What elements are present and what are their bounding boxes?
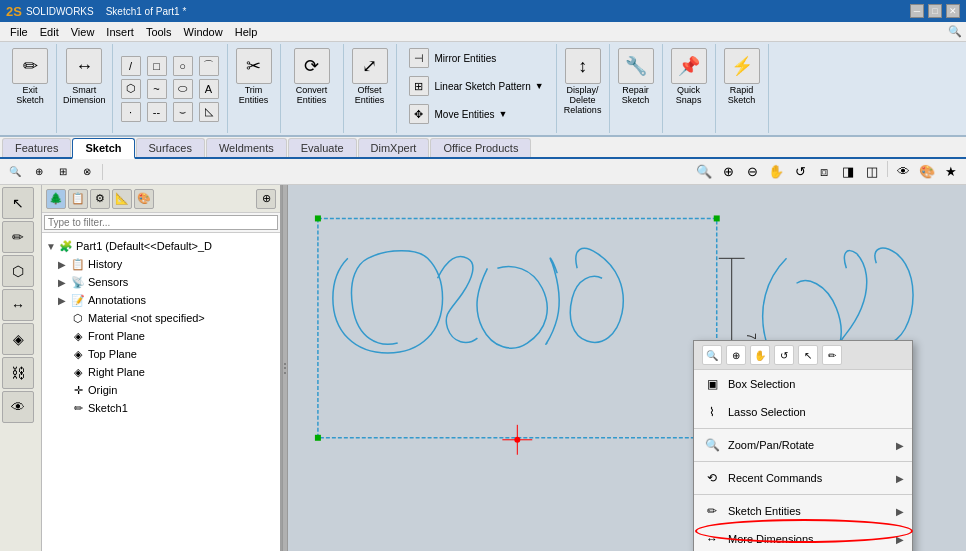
- zoom-out-btn[interactable]: ⊖: [741, 161, 763, 183]
- filter-icon-btn[interactable]: 🔍: [4, 161, 26, 183]
- filter4-icon-btn[interactable]: ⊗: [76, 161, 98, 183]
- dimension-tool[interactable]: ↔: [2, 289, 34, 321]
- quick-snaps-button[interactable]: 📌 QuickSnaps: [667, 46, 711, 108]
- offset-entities-button[interactable]: ⤢ OffsetEntities: [348, 46, 392, 108]
- filter-tree[interactable]: ⊕: [256, 189, 276, 209]
- menu-help[interactable]: Help: [229, 24, 264, 40]
- minimize-button[interactable]: ─: [910, 4, 924, 18]
- repair-label: RepairSketch: [622, 86, 650, 106]
- ellipse-button[interactable]: ⬭: [171, 78, 195, 100]
- window-controls[interactable]: ─ □ ✕: [910, 4, 960, 18]
- tree-search-input[interactable]: [44, 215, 278, 230]
- repair-sketch-button[interactable]: 🔧 RepairSketch: [614, 46, 658, 108]
- cm-sketch-entities[interactable]: ✏ Sketch Entities ▶: [694, 497, 912, 525]
- dim-xpert-manager-tab[interactable]: 📐: [112, 189, 132, 209]
- chamfer-button[interactable]: ◺: [197, 101, 221, 123]
- cm-recent-commands[interactable]: ⟲ Recent Commands ▶: [694, 464, 912, 492]
- canvas-area[interactable]: 70 🔍 ⊕ ✋ ↺ ↖ ✏: [288, 185, 966, 551]
- cm-rotate-btn[interactable]: ↺: [774, 345, 794, 365]
- tree-item-part[interactable]: ▼ 🧩 Part1 (Default<<Default>_D: [44, 237, 278, 255]
- tree-item-right-plane[interactable]: ◈ Right Plane: [44, 363, 278, 381]
- cm-pan-btn[interactable]: ✋: [750, 345, 770, 365]
- centerline-button[interactable]: --: [145, 101, 169, 123]
- sketch-tool[interactable]: ✏: [2, 221, 34, 253]
- menu-tools[interactable]: Tools: [140, 24, 178, 40]
- circle-button[interactable]: ○: [171, 55, 195, 77]
- trim-entities-button[interactable]: ✂ TrimEntities: [232, 46, 276, 108]
- zoom-in-btn[interactable]: ⊕: [717, 161, 739, 183]
- tab-evaluate[interactable]: Evaluate: [288, 138, 357, 157]
- config-manager-tab[interactable]: ⚙: [90, 189, 110, 209]
- tree-item-top-plane[interactable]: ◈ Top Plane: [44, 345, 278, 363]
- zoom-fit-btn[interactable]: 🔍: [693, 161, 715, 183]
- filter2-icon-btn[interactable]: ⊕: [28, 161, 50, 183]
- sensors-label: Sensors: [88, 276, 128, 288]
- menu-view[interactable]: View: [65, 24, 101, 40]
- relations-side-tool[interactable]: ⛓: [2, 357, 34, 389]
- cm-more-dimensions[interactable]: ↔ More Dimensions ▶: [694, 525, 912, 551]
- close-button[interactable]: ✕: [946, 4, 960, 18]
- tab-surfaces[interactable]: Surfaces: [136, 138, 205, 157]
- tab-weldments[interactable]: Weldments: [206, 138, 287, 157]
- property-manager-tab[interactable]: 📋: [68, 189, 88, 209]
- tab-features[interactable]: Features: [2, 138, 71, 157]
- tree-item-sketch1[interactable]: ✏ Sketch1: [44, 399, 278, 417]
- cm-zoom-in-btn[interactable]: ⊕: [726, 345, 746, 365]
- tab-dimxpert[interactable]: DimXpert: [358, 138, 430, 157]
- tree-item-sensors[interactable]: ▶ 📡 Sensors: [44, 273, 278, 291]
- cm-box-selection[interactable]: ▣ Box Selection: [694, 370, 912, 398]
- menu-insert[interactable]: Insert: [100, 24, 140, 40]
- cm-lasso-selection[interactable]: ⌇ Lasso Selection: [694, 398, 912, 426]
- text-button[interactable]: A: [197, 78, 221, 100]
- polygon-icon: ⬡: [121, 79, 141, 99]
- polygon-button[interactable]: ⬡: [119, 78, 143, 100]
- tree-item-annotations[interactable]: ▶ 📝 Annotations: [44, 291, 278, 309]
- tree-item-material[interactable]: ⬡ Material <not specified>: [44, 309, 278, 327]
- point-button[interactable]: ·: [119, 101, 143, 123]
- convert-entities-button[interactable]: ⟳ Convert Entities: [285, 46, 339, 108]
- feature-tree-toolbar: 🌲 📋 ⚙ 📐 🎨 ⊕: [42, 185, 280, 213]
- cm-zoom-btn[interactable]: 🔍: [702, 345, 722, 365]
- pan-btn[interactable]: ✋: [765, 161, 787, 183]
- menu-window[interactable]: Window: [178, 24, 229, 40]
- exit-sketch-button[interactable]: ✏ ExitSketch: [8, 46, 52, 108]
- mirror-entities-button[interactable]: ⊣ Mirror Entities: [405, 46, 501, 70]
- tree-item-front-plane[interactable]: ◈ Front Plane: [44, 327, 278, 345]
- select-tool[interactable]: ↖: [2, 187, 34, 219]
- cm-zoom-pan[interactable]: 🔍 Zoom/Pan/Rotate ▶: [694, 431, 912, 459]
- search-bar[interactable]: 🔍: [948, 25, 962, 38]
- cm-select-btn[interactable]: ↖: [798, 345, 818, 365]
- menu-edit[interactable]: Edit: [34, 24, 65, 40]
- appearance-btn[interactable]: 🎨: [916, 161, 938, 183]
- reference-tool[interactable]: ◈: [2, 323, 34, 355]
- line-button[interactable]: /: [119, 55, 143, 77]
- app-name: SOLIDWORKS: [26, 6, 94, 17]
- display-style-btn[interactable]: ◫: [861, 161, 883, 183]
- tab-office[interactable]: Office Products: [430, 138, 531, 157]
- render-btn[interactable]: ★: [940, 161, 962, 183]
- tab-sketch[interactable]: Sketch: [72, 138, 134, 159]
- fillet-button[interactable]: ⌣: [171, 101, 195, 123]
- filter3-icon-btn[interactable]: ⊞: [52, 161, 74, 183]
- feature-tree-tab[interactable]: 🌲: [46, 189, 66, 209]
- maximize-button[interactable]: □: [928, 4, 942, 18]
- section-view-btn[interactable]: ◨: [837, 161, 859, 183]
- arc-button[interactable]: ⌒: [197, 55, 221, 77]
- rotate-btn[interactable]: ↺: [789, 161, 811, 183]
- move-entities-button[interactable]: ✥ Move Entities ▼: [405, 102, 512, 126]
- display-tool[interactable]: 👁: [2, 391, 34, 423]
- tree-item-history[interactable]: ▶ 📋 History: [44, 255, 278, 273]
- view-orient-btn[interactable]: ⧈: [813, 161, 835, 183]
- hide-show-btn[interactable]: 👁: [892, 161, 914, 183]
- rapid-sketch-button[interactable]: ⚡ RapidSketch: [720, 46, 764, 108]
- cm-sketch-btn[interactable]: ✏: [822, 345, 842, 365]
- appearance-manager-tab[interactable]: 🎨: [134, 189, 154, 209]
- features-tool[interactable]: ⬡: [2, 255, 34, 287]
- spline-button[interactable]: ~: [145, 78, 169, 100]
- display-delete-button[interactable]: ↕ Display/DeleteRelations: [561, 46, 605, 118]
- tree-item-origin[interactable]: ✛ Origin: [44, 381, 278, 399]
- rect-button[interactable]: □: [145, 55, 169, 77]
- menu-file[interactable]: File: [4, 24, 34, 40]
- smart-dimension-button[interactable]: ↔ SmartDimension: [61, 46, 108, 108]
- linear-pattern-button[interactable]: ⊞ Linear Sketch Pattern ▼: [405, 74, 548, 98]
